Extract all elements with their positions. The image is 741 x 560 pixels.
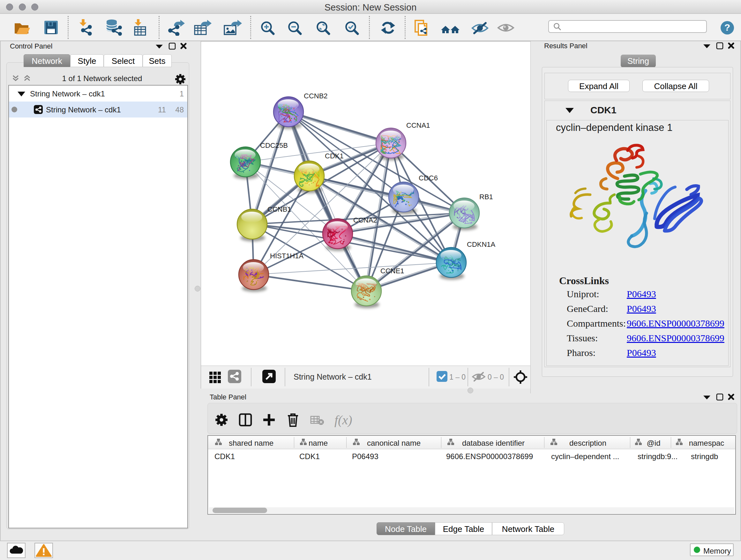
svg-text:CDK1: CDK1: [325, 152, 344, 160]
svg-text:CDC6: CDC6: [419, 174, 438, 182]
svg-text:CCNA1: CCNA1: [406, 121, 430, 129]
svg-text:?: ?: [724, 22, 730, 33]
svg-text:RB1: RB1: [479, 193, 493, 201]
svg-text:CCNB2: CCNB2: [304, 92, 328, 100]
svg-text:HIST1H1A: HIST1H1A: [270, 252, 304, 260]
svg-text:CCNA2: CCNA2: [353, 216, 377, 224]
svg-text:CDKN1A: CDKN1A: [467, 240, 495, 248]
svg-text:CCNE1: CCNE1: [381, 267, 404, 275]
svg-text:CDC25B: CDC25B: [260, 141, 288, 149]
svg-text:CCNB1: CCNB1: [267, 205, 291, 213]
